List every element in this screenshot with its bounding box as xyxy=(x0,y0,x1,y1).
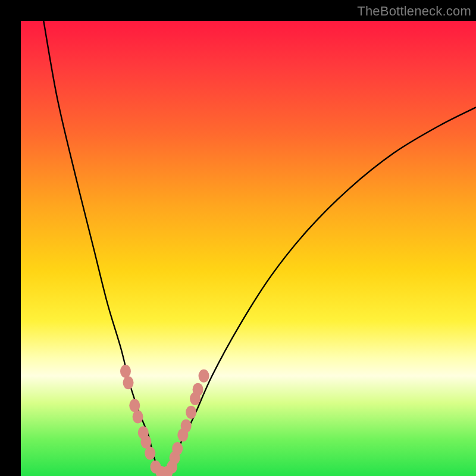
marker-point xyxy=(199,369,209,383)
watermark-text: TheBottleneck.com xyxy=(357,4,471,19)
chart-frame: TheBottleneck.com xyxy=(0,0,476,476)
marker-point xyxy=(123,376,134,389)
marker-point xyxy=(181,419,192,433)
marker-point xyxy=(133,411,143,424)
curve-layer xyxy=(21,21,476,476)
marker-point xyxy=(129,399,140,412)
marker-point xyxy=(145,447,155,460)
marker-point xyxy=(120,365,131,378)
left-branch-curve xyxy=(43,21,162,476)
right-branch-curve xyxy=(162,107,476,476)
plot-area xyxy=(21,21,476,476)
marker-point xyxy=(186,406,196,419)
marker-point xyxy=(140,436,151,449)
marker-group xyxy=(120,365,209,476)
marker-point xyxy=(193,383,203,396)
marker-point xyxy=(172,442,183,455)
